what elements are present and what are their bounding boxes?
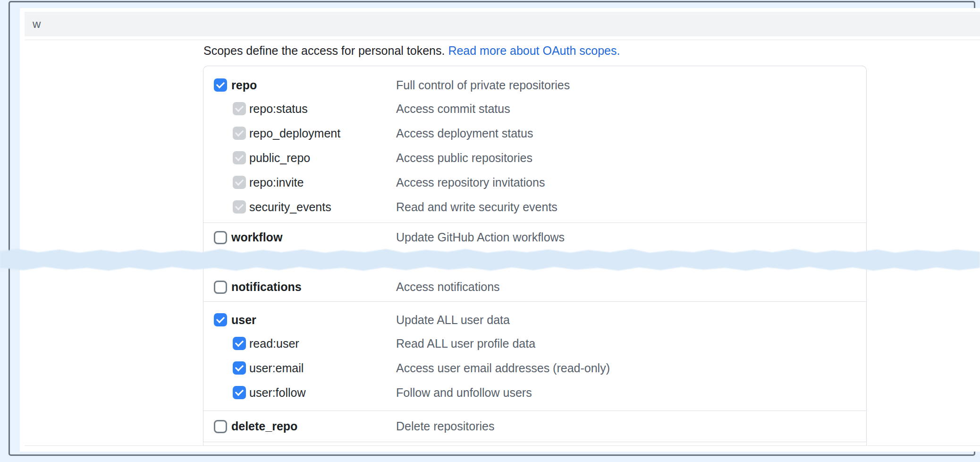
scope-row-delete-repo: delete_repo Delete repositories — [203, 411, 866, 442]
scope-label-security-events: security_events — [249, 200, 331, 214]
scope-label-repo[interactable]: repo — [231, 78, 257, 92]
intro-sentence: Scopes define the access for personal to… — [203, 44, 445, 57]
checkbox-delete-repo[interactable] — [214, 420, 227, 433]
scope-desc-delete-repo: Delete repositories — [396, 419, 494, 433]
scope-label-notifications[interactable]: notifications — [231, 280, 302, 294]
checkbox-user-follow[interactable] — [233, 386, 246, 399]
checkbox-public-repo — [233, 151, 246, 164]
partial-input-bar[interactable]: w — [25, 12, 980, 36]
header-divider — [25, 40, 980, 40]
scope-label-delete-repo[interactable]: delete_repo — [231, 419, 297, 433]
scope-label-user[interactable]: user — [231, 313, 256, 327]
scope-desc-user: Update ALL user data — [396, 313, 510, 327]
scope-group-repo: repo Full control of private repositorie… — [203, 66, 866, 222]
checkbox-security-events — [233, 200, 246, 214]
next-row-cut-off — [203, 442, 866, 445]
checkbox-repo-status — [233, 102, 246, 115]
scope-row-repo-invite: repo:invite Access repository invitation… — [203, 170, 866, 195]
checkbox-notifications[interactable] — [214, 281, 227, 294]
scope-desc-repo: Full control of private repositories — [396, 78, 570, 92]
checkbox-repo-deployment — [233, 127, 246, 140]
scope-row-read-user: read:user Read ALL user profile data — [203, 331, 866, 356]
scope-label-repo-invite: repo:invite — [249, 176, 304, 189]
scope-row-public-repo: public_repo Access public repositories — [203, 145, 866, 170]
checkbox-user-email[interactable] — [233, 361, 246, 375]
scope-desc-user-email: Access user email addresses (read-only) — [396, 361, 610, 375]
scopes-intro-text: Scopes define the access for personal to… — [203, 43, 620, 58]
checkbox-repo-invite — [233, 176, 246, 189]
scope-row-security-events: security_events Read and write security … — [203, 195, 866, 219]
page-bottom-divider — [25, 445, 980, 446]
scope-desc-security-events: Read and write security events — [396, 200, 558, 214]
scope-desc-repo-status: Access commit status — [396, 102, 510, 116]
scope-label-public-repo: public_repo — [249, 151, 310, 165]
page-content: w Scopes define the access for personal … — [20, 8, 980, 452]
scope-row-user: user Update ALL user data — [203, 308, 866, 331]
scope-desc-repo-deployment: Access deployment status — [396, 127, 533, 140]
scope-row-workflow: workflow Update GitHub Action workflows — [203, 222, 866, 252]
scope-row-repo: repo Full control of private repositorie… — [203, 74, 866, 96]
scope-label-repo-status: repo:status — [249, 102, 308, 116]
scope-desc-read-user: Read ALL user profile data — [396, 337, 535, 351]
scope-label-read-user[interactable]: read:user — [249, 337, 299, 351]
scope-label-workflow[interactable]: workflow — [231, 231, 282, 244]
scope-row-user-email: user:email Access user email addresses (… — [203, 356, 866, 380]
scopes-list: repo Full control of private repositorie… — [203, 66, 867, 445]
stitch-gap — [203, 252, 866, 273]
scope-desc-public-repo: Access public repositories — [396, 151, 532, 165]
scope-label-user-follow[interactable]: user:follow — [249, 386, 306, 400]
scope-row-repo-deployment: repo_deployment Access deployment status — [203, 121, 866, 145]
scope-label-repo-deployment: repo_deployment — [249, 127, 340, 140]
screenshot-window-frame: w Scopes define the access for personal … — [8, 1, 975, 456]
scope-label-user-email[interactable]: user:email — [249, 361, 304, 375]
scope-desc-user-follow: Follow and unfollow users — [396, 386, 532, 400]
scope-desc-workflow: Update GitHub Action workflows — [396, 231, 565, 244]
partial-input-text: w — [33, 17, 41, 30]
scope-row-repo-status: repo:status Access commit status — [203, 96, 866, 121]
checkbox-repo[interactable] — [214, 78, 227, 92]
checkbox-workflow[interactable] — [214, 231, 227, 244]
scope-row-user-follow: user:follow Follow and unfollow users — [203, 380, 866, 405]
checkbox-read-user[interactable] — [233, 337, 246, 350]
checkbox-user[interactable] — [214, 313, 227, 326]
scope-desc-notifications: Access notifications — [396, 280, 500, 294]
scope-group-user: user Update ALL user data read:user Read… — [203, 301, 866, 411]
oauth-scopes-link[interactable]: Read more about OAuth scopes. — [448, 44, 620, 57]
scope-desc-repo-invite: Access repository invitations — [396, 176, 545, 189]
scope-row-notifications: notifications Access notifications — [203, 273, 866, 301]
